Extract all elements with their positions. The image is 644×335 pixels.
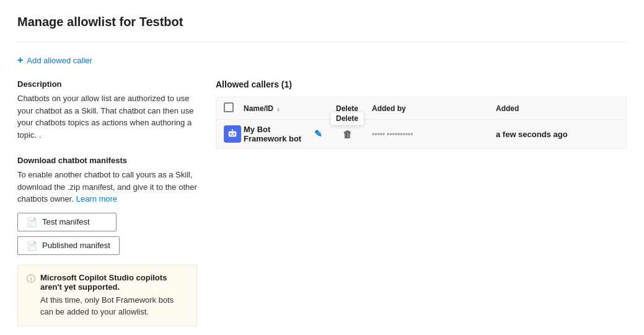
download-section: Download chatbot manifests To enable ano…	[17, 156, 201, 255]
svg-rect-1	[229, 132, 237, 137]
svg-point-6	[232, 129, 233, 130]
col-added-by-label: Added by	[372, 104, 406, 113]
cell-added: a few seconds ago	[496, 130, 607, 139]
left-panel: Description Chatbots on your allow list …	[17, 79, 216, 326]
warning-header: ⓘ Microsoft Copilot Studio copilots aren…	[27, 273, 188, 292]
table-header-row: Name/ID ↓ Delete Added by Added	[216, 97, 626, 120]
add-allowed-caller-button[interactable]: + Add allowed caller	[17, 52, 92, 68]
ellipsis: .	[39, 130, 42, 140]
learn-more-link[interactable]: Learn more	[76, 194, 117, 203]
download-title: Download chatbot manifests	[17, 156, 201, 165]
allowed-callers-header: Allowed callers (1)	[216, 79, 627, 89]
edit-icon[interactable]: ✎	[314, 128, 322, 140]
bot-name: My Bot Framework bot	[244, 125, 309, 143]
col-added-header: Added	[496, 104, 607, 113]
test-manifest-label: Test manifest	[42, 217, 90, 226]
cell-delete: Delete 🗑	[322, 129, 372, 140]
page-title: Manage allowlist for Testbot	[17, 15, 627, 29]
bot-icon-cell	[216, 125, 244, 143]
col-added-label: Added	[496, 104, 519, 113]
svg-rect-4	[232, 135, 234, 136]
warning-title: Microsoft Copilot Studio copilots aren't…	[40, 273, 188, 292]
plus-icon: +	[17, 55, 23, 66]
cell-added-by: ••••• ••••••••••	[372, 130, 496, 138]
warning-box: ⓘ Microsoft Copilot Studio copilots aren…	[17, 265, 197, 326]
col-name-header[interactable]: Name/ID ↓	[244, 104, 322, 113]
description-label: Description	[17, 79, 201, 89]
published-manifest-button[interactable]: 📄 Published manifest	[17, 236, 120, 255]
sort-icon: ↓	[276, 105, 280, 112]
test-manifest-button[interactable]: 📄 Test manifest	[17, 213, 117, 231]
svg-point-2	[230, 133, 232, 135]
delete-icon[interactable]: 🗑	[343, 129, 352, 140]
callers-table: Name/ID ↓ Delete Added by Added	[216, 97, 627, 149]
add-caller-label: Add allowed caller	[27, 56, 92, 65]
document-icon: 📄	[27, 217, 37, 227]
svg-point-3	[233, 133, 235, 135]
bot-icon	[224, 125, 241, 143]
svg-rect-0	[224, 103, 233, 112]
col-name-label: Name/ID	[244, 104, 273, 113]
table-row: My Bot Framework bot ✎ Delete 🗑 ••••• ••…	[216, 120, 626, 148]
col-check-header	[216, 102, 244, 114]
document-icon-2: 📄	[27, 241, 37, 251]
delete-tooltip: Delete	[330, 112, 364, 125]
cell-name: My Bot Framework bot ✎	[244, 125, 322, 143]
description-text: Chatbots on your allow list are authoriz…	[17, 92, 201, 141]
col-added-by-header: Added by	[372, 104, 496, 113]
download-description: To enable another chatbot to call yours …	[17, 169, 201, 205]
published-manifest-label: Published manifest	[42, 241, 110, 250]
warning-text: At this time, only Bot Framework bots ca…	[27, 294, 188, 318]
right-panel: Allowed callers (1) Name/ID ↓ Delete	[216, 79, 627, 326]
description-body: Chatbots on your allow list are authoriz…	[17, 94, 194, 140]
info-icon: ⓘ	[27, 274, 35, 285]
divider	[17, 42, 627, 42]
